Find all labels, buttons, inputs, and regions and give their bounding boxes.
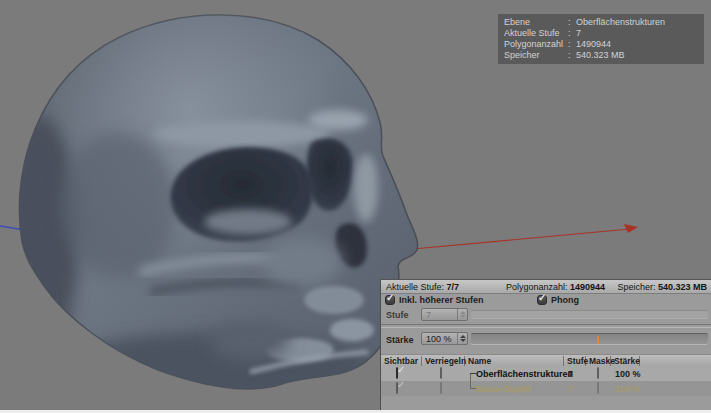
layer-name: Basis-Objekt [476,384,531,394]
separator [381,324,711,328]
stufe-spinbox[interactable]: 7 [421,308,468,321]
staerke-label: Stärke [386,335,414,345]
layer-stufe: 7 [568,384,573,394]
hud-row-ebene: Ebene : Oberflächenstrukturen [504,17,698,28]
layer-row-oberflaechenstrukturen[interactable]: ✓ Oberflächenstrukturen 7 100 % [381,366,711,381]
check-icon: ✓ [386,293,394,303]
lock-checkbox[interactable] [440,367,442,379]
staerke-slider[interactable] [471,333,708,345]
stufe-stepper-icon[interactable] [457,309,467,320]
col-maske: Maske [586,356,611,366]
stat-speicher: Speicher: 540.323 MB [617,282,707,292]
layer-row-basis-objekt[interactable]: ✓ Basis-Objekt 7 100 % [381,381,711,396]
mask-checkbox[interactable] [597,367,599,379]
slider-marker[interactable] [597,336,599,344]
hud-row-speicher: Speicher : 540.323 MB [504,50,698,61]
tree-line [470,388,476,389]
col-stufe: Stufe [564,356,586,366]
stufe-slider[interactable] [471,310,708,319]
option-higher-levels: ✓ Inkl. höherer Stufen [385,295,484,305]
mask-checkbox[interactable] [597,382,599,394]
higher-levels-label: Inkl. höherer Stufen [399,295,484,305]
lock-checkbox[interactable] [440,382,442,394]
col-staerke: Stärke [611,356,640,366]
stufe-label: Stufe [386,310,409,320]
staerke-stepper-icon[interactable] [457,333,467,344]
higher-levels-checkbox[interactable]: ✓ [385,295,395,305]
option-phong: ✓ Phong [537,295,579,305]
hud-value: 540.323 MB [576,50,625,61]
viewport-info-hud: Ebene : Oberflächenstrukturen Aktuelle S… [498,14,704,64]
visible-checkbox[interactable]: ✓ [396,382,398,394]
hud-value: Oberflächenstrukturen [576,17,665,28]
col-name: Name [465,356,564,366]
phong-label: Phong [551,295,579,305]
hud-value: 1490944 [576,39,611,50]
stat-polygonanzahl: Polygonanzahl: 1490944 [506,282,605,292]
phong-checkbox[interactable]: ✓ [537,295,547,305]
col-verriegeln: Verriegeln [422,356,465,366]
layer-staerke: 100 % [615,369,641,379]
check-icon: ✓ [538,293,546,303]
layer-staerke: 100 % [615,384,641,394]
check-icon: ✓ [397,365,405,375]
axis-x-line [413,224,638,249]
visible-checkbox[interactable]: ✓ [396,367,398,379]
hud-value: 7 [576,28,581,39]
stat-aktuelle-stufe: Aktuelle Stufe: 7/7 [386,282,459,292]
layer-stufe: 7 [568,369,573,379]
sculpt-attributes-panel: Aktuelle Stufe: 7/7 Polygonanzahl: 14909… [380,279,711,413]
staerke-spinbox[interactable]: 100 % [421,332,468,345]
tree-line [470,373,471,389]
panel-stats-bar: Aktuelle Stufe: 7/7 Polygonanzahl: 14909… [381,280,711,294]
application-window: Ebene : Oberflächenstrukturen Aktuelle S… [0,0,711,413]
check-icon: ✓ [397,380,405,390]
hud-row-stufe: Aktuelle Stufe : 7 [504,28,698,39]
tree-line [470,373,476,374]
layer-name: Oberflächenstrukturen [476,369,573,379]
hud-row-polygone: Polygonanzahl : 1490944 [504,39,698,50]
